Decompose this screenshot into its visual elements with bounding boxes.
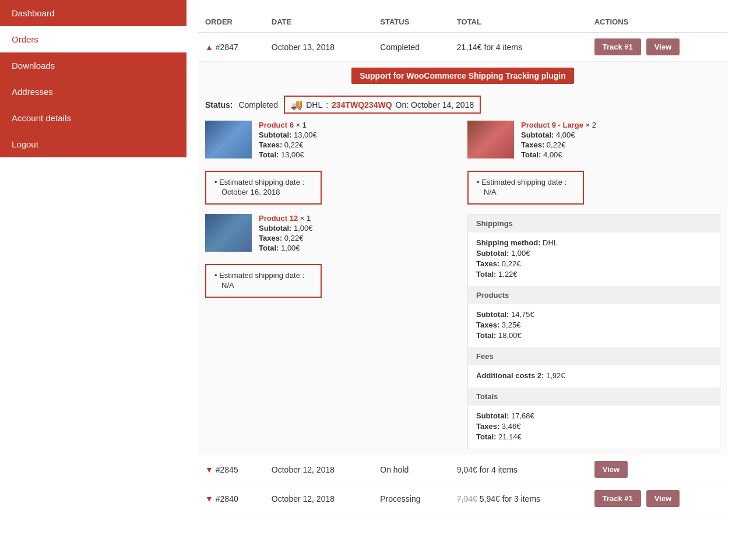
- product-taxes-9: Taxes: 0,22€: [521, 140, 720, 149]
- order-row-2847: ▲ #2847 October 13, 2018 Completed 21,14…: [198, 33, 727, 62]
- additional-costs: Additional costs 2: 1,92€: [476, 371, 712, 380]
- sidebar-item-downloads[interactable]: Downloads: [0, 52, 186, 79]
- shipping-date-box-9: • Estimated shipping date : N/A: [467, 171, 584, 205]
- shippings-section: Shipping method: DHL Subtotal: 1,00€ Tax…: [468, 233, 720, 286]
- orders-table: ORDER DATE STATUS TOTAL ACTIONS ▲ #2847 …: [198, 12, 727, 513]
- products-summary-header: Products: [468, 286, 720, 304]
- order-row-2845: ▼ #2845 October 12, 2018 On hold 9,04€ f…: [198, 455, 727, 484]
- track-button-2847[interactable]: Track #1: [594, 38, 641, 55]
- sidebar-item-account-details[interactable]: Account details: [0, 105, 186, 131]
- status-tracking-row: Status: Completed 🚚 DHL: 234TWQ234WQ On:…: [205, 96, 720, 114]
- view-button-2845[interactable]: View: [594, 461, 628, 478]
- product-name-12: Product 12 × 1: [259, 214, 458, 223]
- shipping-date-label-9: • Estimated shipping date :: [477, 178, 575, 186]
- product-item-12: Product 12 × 1 Subtotal: 1,00€ Taxes: 0,…: [205, 214, 458, 449]
- main-content: ORDER DATE STATUS TOTAL ACTIONS ▲ #2847 …: [186, 0, 739, 560]
- order-number-2840: ▼ #2840: [198, 484, 265, 513]
- product-subtotal-6: Subtotal: 13,00€: [259, 131, 458, 139]
- shipping-date-label-6: • Estimated shipping date :: [214, 178, 312, 186]
- status-value: Completed: [238, 100, 278, 110]
- products-subtotal: Subtotal: 14,75€: [476, 310, 712, 319]
- carrier-icon: 🚚: [291, 99, 302, 110]
- col-date: DATE: [265, 12, 373, 33]
- order-expanded-content-2847: Support for WooCommerce Shipping Trackin…: [198, 62, 727, 456]
- sidebar-item-addresses[interactable]: Addresses: [0, 79, 186, 105]
- arrow-icon-2845: ▼: [205, 465, 213, 474]
- fees-header: Fees: [468, 347, 720, 365]
- order-date-2845: October 12, 2018: [265, 455, 373, 484]
- product-image-9: [467, 121, 514, 159]
- shippings-taxes: Taxes: 0,22€: [476, 259, 712, 268]
- product-item-6: Product 6 × 1 Subtotal: 13,00€ Taxes: 0,…: [205, 121, 458, 205]
- carrier-name: DHL: [306, 100, 322, 110]
- totals-section: Subtotal: 17,68€ Taxes: 3,46€ Total: 21,…: [468, 406, 720, 449]
- product-total-6: Total: 13,00€: [259, 150, 458, 159]
- order-total-strikethrough-2840: 7,94€: [457, 494, 477, 503]
- order-expanded-2847: Support for WooCommerce Shipping Trackin…: [198, 62, 727, 456]
- product-image-12: [205, 214, 252, 252]
- order-status-2847: Completed: [373, 33, 450, 62]
- product-taxes-6: Taxes: 0,22€: [259, 140, 458, 149]
- product-details-9: Product 9 - Large × 2 Subtotal: 4,00€ Ta…: [521, 121, 720, 160]
- sidebar: Dashboard Orders Downloads Addresses Acc…: [0, 0, 186, 560]
- shipping-date-value-9: N/A: [477, 188, 575, 196]
- col-total: TOTAL: [450, 12, 587, 33]
- sidebar-item-orders[interactable]: Orders: [0, 26, 186, 52]
- status-label: Status:: [205, 100, 233, 110]
- product-subtotal-9: Subtotal: 4,00€: [521, 131, 720, 139]
- view-button-2840[interactable]: View: [646, 490, 680, 507]
- shippings-header: Shippings: [468, 214, 720, 233]
- arrow-icon-2840: ▼: [205, 494, 213, 503]
- shipping-date-box-12: • Estimated shipping date : N/A: [205, 264, 322, 298]
- order-id-2847: #2847: [216, 43, 238, 52]
- order-actions-2845: View: [587, 455, 727, 484]
- totals-subtotal: Subtotal: 17,68€: [476, 411, 712, 420]
- order-id-2845: #2845: [216, 465, 238, 474]
- products-taxes: Taxes: 3,25€: [476, 320, 712, 329]
- sidebar-item-logout[interactable]: Logout: [0, 131, 186, 157]
- order-actions-2840: Track #1 View: [587, 484, 727, 513]
- shippings-total: Total: 1,22€: [476, 270, 712, 279]
- order-row-2840: ▼ #2840 October 12, 2018 Processing 7,94…: [198, 484, 727, 513]
- col-actions: ACTIONS: [587, 12, 727, 33]
- shipping-date-value-12: N/A: [214, 281, 312, 290]
- product-subtotal-12: Subtotal: 1,00€: [259, 224, 458, 233]
- order-total-2840: 7,94€ 5,94€ for 3 items: [450, 484, 587, 513]
- tracking-box: 🚚 DHL: 234TWQ234WQ On: October 14, 2018: [284, 96, 481, 114]
- order-total-2845: 9,04€ for 4 items: [450, 455, 587, 484]
- product-image-6: [205, 121, 252, 159]
- order-number-2847: ▲ #2847: [198, 33, 265, 62]
- col-order: ORDER: [198, 12, 265, 33]
- product-name-9: Product 9 - Large × 2: [521, 121, 720, 129]
- view-button-2847[interactable]: View: [646, 38, 680, 55]
- order-status-2845: On hold: [373, 455, 450, 484]
- order-total-2847: 21,14€ for 4 items: [450, 33, 587, 62]
- order-actions-2847: Track #1 View: [587, 33, 727, 62]
- arrow-icon-2847: ▲: [205, 43, 213, 52]
- totals-header: Totals: [468, 388, 720, 406]
- shippings-subtotal: Subtotal: 1,00€: [476, 249, 712, 258]
- shippings-panel: Shippings Shipping method: DHL Subtotal:…: [467, 214, 720, 449]
- sidebar-item-dashboard[interactable]: Dashboard: [0, 0, 186, 26]
- product-item-9: Product 9 - Large × 2 Subtotal: 4,00€ Ta…: [467, 121, 720, 205]
- shipping-date-box-6: • Estimated shipping date : October 16, …: [205, 171, 322, 205]
- product-name-6: Product 6 × 1: [259, 121, 458, 129]
- product-details-6: Product 6 × 1 Subtotal: 13,00€ Taxes: 0,…: [259, 121, 458, 160]
- order-date-2847: October 13, 2018: [265, 33, 373, 62]
- products-total: Total: 18,00€: [476, 331, 712, 340]
- order-status-2840: Processing: [373, 484, 450, 513]
- product-details-12: Product 12 × 1 Subtotal: 1,00€ Taxes: 0,…: [259, 214, 458, 253]
- track-button-2840[interactable]: Track #1: [594, 490, 641, 507]
- product-total-12: Total: 1,00€: [259, 244, 458, 252]
- shipping-date-label-12: • Estimated shipping date :: [214, 271, 312, 280]
- fees-section: Additional costs 2: 1,92€: [468, 365, 720, 388]
- totals-taxes: Taxes: 3,46€: [476, 422, 712, 431]
- product-taxes-12: Taxes: 0,22€: [259, 234, 458, 242]
- shipping-method: Shipping method: DHL: [476, 238, 712, 247]
- expanded-inner-2847: Support for WooCommerce Shipping Trackin…: [198, 62, 727, 455]
- tracking-link[interactable]: 234TWQ234WQ: [332, 100, 392, 110]
- order-id-2840: #2840: [216, 494, 238, 503]
- tracking-banner: Support for WooCommerce Shipping Trackin…: [351, 68, 574, 84]
- order-date-2840: October 12, 2018: [265, 484, 373, 513]
- totals-total: Total: 21,14€: [476, 432, 712, 441]
